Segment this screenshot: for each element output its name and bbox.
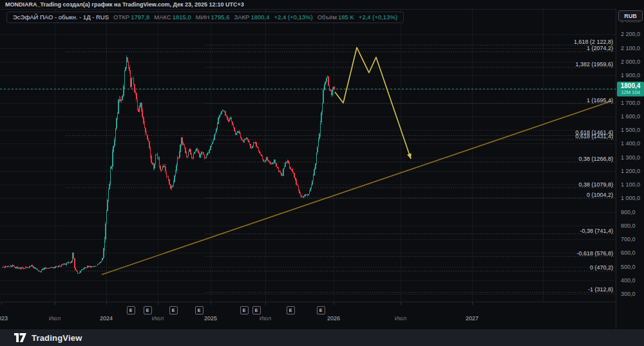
candle-body [236, 133, 237, 135]
candle [260, 152, 261, 155]
earnings-marker-badge[interactable]: E [252, 306, 261, 314]
candle-body [315, 163, 316, 169]
candle [96, 266, 97, 266]
candle [76, 269, 77, 271]
candle-body [152, 163, 153, 165]
time-axis[interactable]: 2023Июл2024Июл2025Июл2026Июл2027EEEEEEEE [0, 302, 616, 330]
candle-body [85, 268, 86, 268]
candle [57, 267, 59, 268]
candle-body [212, 142, 213, 145]
candle-body [214, 134, 215, 140]
candle-body [184, 145, 185, 148]
candle-body [162, 167, 164, 170]
candle [128, 61, 129, 68]
price-tick-label: 700,0 [621, 236, 636, 243]
candle [64, 263, 65, 265]
candle-body [99, 263, 100, 264]
candle [274, 159, 275, 163]
candle [38, 270, 39, 271]
candle [43, 268, 44, 270]
candle [213, 138, 214, 142]
earnings-marker-badge[interactable]: E [144, 306, 152, 314]
open-label: ОТКР [113, 14, 129, 21]
tradingview-snapshot: MONDIARA_Trading создал(а) график на Tra… [0, 0, 644, 346]
candle-body [332, 89, 333, 95]
candle-body [209, 150, 210, 153]
price-tick-label: 300,0 [621, 291, 636, 298]
earnings-marker-badge[interactable]: E [195, 306, 204, 314]
symbol-description: ЭсЭфАЙ ПАО - обыкн. - 1Д - RUS [13, 14, 109, 21]
candle [99, 262, 100, 264]
trend-line[interactable] [102, 101, 612, 275]
volume-change-value: +2,4 (+0,13%) [359, 14, 397, 21]
candle-body [84, 268, 85, 269]
candle [151, 154, 152, 165]
candle-body [78, 273, 79, 274]
tradingview-brand-text[interactable]: TradingView [32, 333, 82, 343]
candle [18, 267, 19, 268]
candle-body [321, 113, 322, 122]
candle-body [126, 57, 128, 67]
candle [198, 149, 199, 154]
earnings-marker-badge[interactable]: E [240, 306, 249, 314]
candle [4, 266, 5, 268]
candle [14, 266, 15, 268]
candle [236, 132, 237, 135]
volume-label: Объём [317, 14, 337, 21]
candle-body [178, 158, 179, 158]
candle [110, 166, 111, 185]
candle [139, 105, 140, 112]
candle [102, 258, 103, 261]
earnings-marker-badge[interactable]: E [287, 306, 295, 314]
candle [112, 149, 113, 170]
candle-body [33, 266, 34, 268]
candle [188, 152, 189, 156]
candle [322, 103, 323, 115]
earnings-marker-badge[interactable]: E [169, 306, 178, 314]
candle-body [216, 129, 217, 132]
candle [180, 144, 181, 152]
candle-body [42, 269, 43, 270]
candle-body [87, 266, 88, 268]
candle [42, 268, 43, 270]
candle-body [217, 124, 218, 129]
currency-toggle-button[interactable]: RUB [618, 10, 643, 21]
price-tick-label: 1 500,0 [621, 127, 640, 134]
candle [211, 144, 213, 147]
candle-body [275, 159, 276, 163]
candle-body [261, 154, 262, 156]
candle [121, 100, 122, 102]
candle-body [244, 140, 245, 142]
candle-body [286, 162, 287, 163]
candle [169, 179, 170, 185]
candle-body [259, 151, 260, 153]
earnings-marker-badge[interactable]: E [127, 306, 135, 314]
candle-body [300, 194, 301, 196]
candle [115, 128, 117, 141]
candle-body [43, 269, 44, 269]
candle [28, 268, 30, 269]
tradingview-logo-icon[interactable] [14, 333, 26, 342]
candle [283, 168, 284, 176]
candle [41, 269, 43, 272]
candle [207, 152, 208, 156]
earnings-marker-badge[interactable]: E [317, 306, 325, 314]
time-tick-mark [265, 302, 266, 305]
candle-body [15, 267, 16, 268]
candle [244, 138, 245, 143]
price-axis[interactable]: RUB 2 300,02 200,02 100,02 000,01 900,01… [616, 9, 644, 329]
candle-body [102, 258, 103, 260]
candle [259, 150, 260, 154]
candle-body [120, 99, 121, 101]
candle-body [225, 111, 226, 116]
candle-body [116, 118, 117, 129]
candle-body [28, 268, 30, 268]
candle-body [92, 266, 93, 267]
candle-body [76, 270, 77, 271]
candle [215, 132, 216, 136]
chart-pane[interactable]: 1 (2074,2)0,618 (1461,4)0,38 (1079,8)0 (… [0, 9, 616, 302]
price-chart-plot[interactable] [0, 9, 616, 302]
candle-body [114, 140, 115, 146]
candle [307, 194, 308, 196]
candle [237, 131, 238, 133]
